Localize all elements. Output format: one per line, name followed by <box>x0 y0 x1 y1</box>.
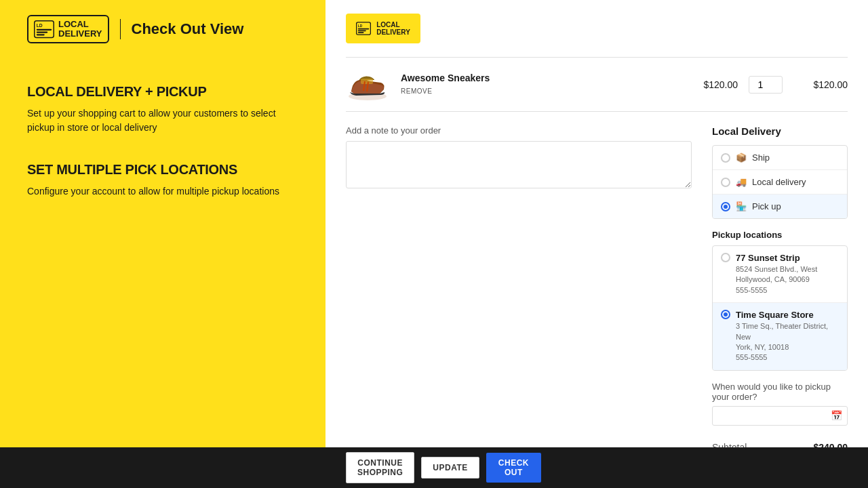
svg-rect-11 <box>361 79 373 84</box>
shop-logo-line1: LOCAL <box>376 21 410 28</box>
logo-line2: DELIVERY <box>58 29 102 39</box>
pickup-date-label: When would you like to pickup your order… <box>712 382 848 402</box>
logo-line1: LOCAL <box>58 20 102 29</box>
svg-rect-7 <box>358 28 370 30</box>
subtotal-row: Subtotal $240.00 <box>712 436 848 447</box>
item-details: Awesome Sneakers REMOVE <box>401 73 673 96</box>
subtotal-value: $240.00 <box>813 442 848 447</box>
checkout-panel: LD LOCAL DELIVERY <box>326 0 868 447</box>
sunset-address: 8524 Sunset Blvd., WestHollywood, CA, 90… <box>736 264 839 296</box>
timesquare-radio[interactable] <box>721 310 730 319</box>
pickup-locations: 77 Sunset Strip 8524 Sunset Blvd., WestH… <box>712 245 848 371</box>
feature1-desc: Set up your shopping cart to allow your … <box>27 106 298 135</box>
item-name: Awesome Sneakers <box>401 73 673 83</box>
local-icon: 🚚 <box>736 177 747 187</box>
item-total: $120.00 <box>793 79 848 90</box>
sunset-radio[interactable] <box>721 253 730 262</box>
local-label: Local delivery <box>752 177 806 187</box>
delivery-section-title: Local Delivery <box>712 125 848 137</box>
timesquare-address: 3 Time Sq., Theater District, NewYork, N… <box>736 321 839 363</box>
sunset-name: 77 Sunset Strip <box>736 253 839 263</box>
ship-label: Ship <box>752 152 770 163</box>
svg-rect-8 <box>358 30 366 31</box>
option-local[interactable]: 🚚 Local delivery <box>713 170 847 195</box>
svg-rect-3 <box>37 31 48 33</box>
pickup-locations-title: Pickup locations <box>712 230 848 240</box>
page-title: Check Out View <box>132 20 244 38</box>
timesquare-name: Time Square Store <box>736 310 839 320</box>
delivery-options: 📦 Ship 🚚 Local delivery 🏪 Pick up <box>712 145 848 219</box>
shop-logo: LD LOCAL DELIVERY <box>346 14 420 43</box>
location-timesquare[interactable]: Time Square Store 3 Time Sq., Theater Di… <box>713 303 847 370</box>
header-divider <box>120 19 121 39</box>
local-radio[interactable] <box>721 178 730 187</box>
update-button[interactable]: UPDATE <box>421 457 479 479</box>
ship-radio[interactable] <box>721 153 730 163</box>
option-pickup[interactable]: 🏪 Pick up <box>713 195 847 218</box>
item-price: $120.00 <box>684 79 738 90</box>
logo-icon: LD <box>34 19 54 39</box>
svg-text:LD: LD <box>37 23 43 28</box>
logo-badge: LD LOCAL DELIVERY <box>27 15 109 43</box>
feature-multiple-locations: SET MULTIPLE PICK LOCATIONS Configure yo… <box>27 162 298 199</box>
continue-shopping-button[interactable]: CONTINUE SHOPPING <box>346 452 414 483</box>
pickup-date-wrapper: 📅 <box>712 406 848 426</box>
subtotal-label: Subtotal <box>712 442 747 447</box>
option-ship[interactable]: 📦 Ship <box>713 146 847 170</box>
item-image <box>346 66 390 103</box>
feature2-desc: Configure your account to allow for mult… <box>27 184 298 199</box>
svg-rect-2 <box>37 29 52 30</box>
bottom-bar: CONTINUE SHOPPING UPDATE CHECK OUT <box>0 447 868 488</box>
location-sunset[interactable]: 77 Sunset Strip 8524 Sunset Blvd., WestH… <box>713 246 847 303</box>
svg-text:LD: LD <box>358 24 363 28</box>
order-note-input[interactable] <box>346 141 692 188</box>
pickup-radio[interactable] <box>721 202 730 211</box>
note-label: Add a note to your order <box>346 125 692 136</box>
feature-local-delivery: LOCAL DELIVERY + PICKUP Set up your shop… <box>27 84 298 135</box>
feature2-title: SET MULTIPLE PICK LOCATIONS <box>27 162 298 178</box>
shop-logo-line2: DELIVERY <box>376 28 410 36</box>
svg-rect-9 <box>358 32 364 33</box>
svg-rect-4 <box>37 34 45 35</box>
pickup-label: Pick up <box>752 201 781 211</box>
feature1-title: LOCAL DELIVERY + PICKUP <box>27 84 298 100</box>
pickup-icon: 🏪 <box>736 201 747 211</box>
shop-logo-icon: LD <box>356 22 371 35</box>
checkout-button[interactable]: CHECK OUT <box>486 453 541 483</box>
pickup-date-input[interactable] <box>712 406 848 426</box>
sneaker-image <box>346 68 390 102</box>
cart-item: Awesome Sneakers REMOVE $120.00 $120.00 <box>346 57 848 112</box>
ship-icon: 📦 <box>736 152 747 163</box>
remove-button[interactable]: REMOVE <box>401 86 432 96</box>
item-quantity[interactable] <box>749 76 783 94</box>
calendar-icon: 📅 <box>831 410 842 421</box>
